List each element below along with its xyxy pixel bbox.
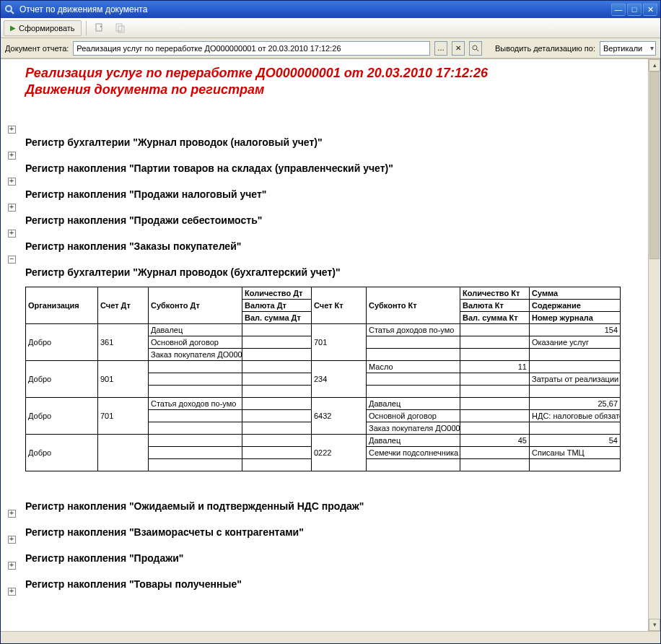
table-cell xyxy=(242,459,312,471)
table-cell: НДС: налоговые обязате xyxy=(530,410,621,422)
toolbar-action-2[interactable] xyxy=(111,20,128,36)
expand-toggle[interactable]: + xyxy=(8,230,16,238)
table-cell xyxy=(367,373,460,386)
scroll-thumb[interactable] xyxy=(649,71,660,259)
toolbar-action-1[interactable] xyxy=(91,20,108,36)
section-heading: Регистр накопления "Товары полученные" xyxy=(25,578,242,590)
th-cur-kt: Валюта Кт xyxy=(460,300,530,312)
table-cell: Добро xyxy=(26,324,98,361)
scroll-down-button[interactable]: ▾ xyxy=(649,619,660,631)
table-cell xyxy=(460,447,530,459)
expand-toggle[interactable]: + xyxy=(8,152,16,160)
section-heading: Регистр накопления "Ожидаемый и подтверж… xyxy=(25,500,364,512)
report-title-1: Реализация услуг по переработке ДО000000… xyxy=(25,65,641,82)
svg-line-1 xyxy=(11,11,14,14)
th-qty-dt: Количество Дт xyxy=(242,287,312,300)
toolbar-separator xyxy=(86,21,87,35)
section-heading: Регистр накопления "Продажи" xyxy=(25,552,183,564)
table-cell xyxy=(460,410,530,422)
detalization-select[interactable]: Вертикали xyxy=(600,41,656,56)
doc-clear-button[interactable]: ✕ xyxy=(452,41,465,56)
table-cell xyxy=(460,324,530,336)
section-heading: Регистр бухгалтерии "Журнал проводок (на… xyxy=(25,136,323,148)
report-content: Реализация услуг по переработке ДО000000… xyxy=(22,59,648,631)
detalization-value: Вертикали xyxy=(603,44,642,53)
window-title: Отчет по движениям документа xyxy=(19,4,611,14)
expand-toggle[interactable]: + xyxy=(8,510,16,518)
table-cell: Заказ покупателя ДО000 xyxy=(367,422,460,435)
table-cell xyxy=(242,373,312,386)
table-cell: Списаны ТМЦ xyxy=(530,447,621,459)
table-cell: Статья доходов по-умо xyxy=(149,398,242,410)
generate-button[interactable]: ▶ Сформировать xyxy=(4,20,82,36)
table-cell: 154 xyxy=(530,324,621,336)
th-qty-kt: Количество Кт xyxy=(460,287,530,300)
table-cell xyxy=(149,435,242,447)
table-cell xyxy=(460,398,530,410)
minimize-button[interactable]: — xyxy=(611,3,626,16)
table-cell xyxy=(367,386,460,398)
table-cell xyxy=(530,349,621,361)
document-input[interactable] xyxy=(73,41,430,56)
table-cell xyxy=(242,336,312,349)
th-acc-dt: Счет Дт xyxy=(98,287,149,324)
table-cell xyxy=(149,373,242,386)
table-cell: 901 xyxy=(98,361,149,398)
table-cell xyxy=(149,386,242,398)
doc-search-button[interactable] xyxy=(469,41,482,56)
th-sum: Сумма xyxy=(530,287,621,300)
vertical-scrollbar[interactable]: ▴ ▾ xyxy=(648,59,660,631)
table-cell xyxy=(149,447,242,459)
maximize-button[interactable]: □ xyxy=(627,3,642,16)
th-org: Организация xyxy=(26,287,98,324)
expand-toggle[interactable]: + xyxy=(8,204,16,212)
table-cell xyxy=(242,324,312,336)
section-heading: Регистр накопления "Заказы покупателей" xyxy=(25,240,241,252)
scroll-up-button[interactable]: ▴ xyxy=(649,59,660,71)
doc-label: Документ отчета: xyxy=(5,44,69,53)
table-cell: 25,67 xyxy=(530,398,621,410)
table-cell: Добро xyxy=(26,435,98,471)
expand-toggle[interactable]: + xyxy=(8,588,16,596)
th-valsum-dt: Вал. сумма Дт xyxy=(242,312,312,324)
collapse-toggle[interactable]: − xyxy=(8,256,16,264)
expand-toggle[interactable]: + xyxy=(8,536,16,544)
table-cell: 701 xyxy=(312,324,367,361)
close-button[interactable]: ✕ xyxy=(643,3,657,16)
section-heading: Регистр бухгалтерии "Журнал проводок (бу… xyxy=(25,266,341,278)
table-cell xyxy=(242,349,312,361)
outline-gutter: + + + + + − + + + + xyxy=(1,59,22,631)
th-content: Содержание xyxy=(530,300,621,312)
table-cell xyxy=(367,336,460,349)
app-icon xyxy=(4,4,15,15)
th-sub-kt: Субконто Кт xyxy=(367,287,460,324)
table-cell xyxy=(242,361,312,373)
table-cell xyxy=(149,361,242,373)
table-cell xyxy=(367,349,460,361)
table-cell xyxy=(149,459,242,471)
table-cell: Основной договор xyxy=(367,410,460,422)
table-cell xyxy=(242,386,312,398)
horizontal-scrollbar[interactable] xyxy=(1,631,660,643)
expand-toggle[interactable]: + xyxy=(8,126,16,134)
svg-rect-4 xyxy=(118,26,124,32)
table-cell: 45 xyxy=(460,435,530,447)
table-cell: 701 xyxy=(98,398,149,435)
journal-table: Организация Счет Дт Субконто Дт Количест… xyxy=(25,287,621,471)
th-cur-dt: Валюта Дт xyxy=(242,300,312,312)
generate-label: Сформировать xyxy=(19,24,75,32)
play-icon: ▶ xyxy=(10,24,16,32)
section-heading: Регистр накопления "Продажи себестоимост… xyxy=(25,214,262,226)
expand-toggle[interactable]: + xyxy=(8,562,16,570)
table-cell: 361 xyxy=(98,324,149,361)
table-cell: Масло xyxy=(367,361,460,373)
section-heading: Регистр накопления "Партии товаров на ск… xyxy=(25,162,393,174)
table-cell: 234 xyxy=(312,361,367,398)
doc-picker-button[interactable]: … xyxy=(434,41,447,56)
table-cell: Статья доходов по-умо xyxy=(367,324,460,336)
table-cell: 11 xyxy=(460,361,530,373)
table-cell xyxy=(242,410,312,422)
table-cell: Давалец xyxy=(149,324,242,336)
expand-toggle[interactable]: + xyxy=(8,178,16,186)
table-cell xyxy=(460,459,530,471)
